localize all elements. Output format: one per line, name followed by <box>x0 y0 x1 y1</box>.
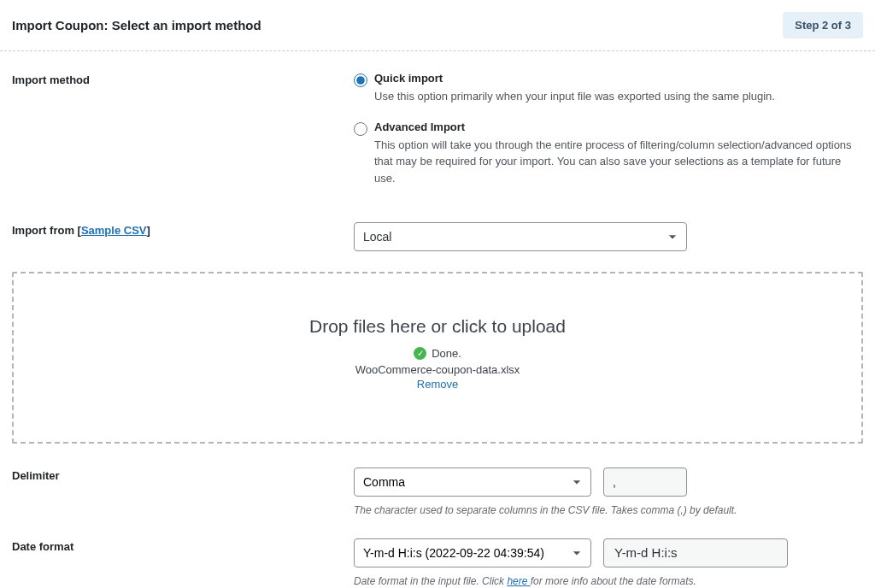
quick-import-desc: Use this option primarily when your inpu… <box>374 88 863 105</box>
step-indicator: Step 2 of 3 <box>783 12 863 38</box>
label-import-method: Import method <box>12 72 354 202</box>
value-import-from: Local <box>354 222 863 251</box>
delimiter-char-input[interactable] <box>603 467 687 497</box>
delimiter-help: The character used to separate columns i… <box>354 503 863 518</box>
date-format-select[interactable]: Y-m-d H:i:s (2022-09-22 04:39:54) <box>354 538 591 567</box>
advanced-import-desc: This option will take you through the en… <box>374 137 863 187</box>
wizard-header: Import Coupon: Select an import method S… <box>0 0 875 51</box>
label-date-format: Date format <box>12 538 354 588</box>
date-format-help-link[interactable]: here <box>507 575 530 587</box>
page-title: Import Coupon: Select an import method <box>12 18 261 32</box>
quick-import-title: Quick import <box>374 72 863 85</box>
sample-csv-link[interactable]: Sample CSV <box>81 224 147 237</box>
row-import-method: Import method Quick import Use this opti… <box>12 72 863 202</box>
check-icon: ✓ <box>414 347 426 360</box>
import-from-select[interactable]: Local <box>354 222 687 251</box>
value-delimiter: Comma The character used to separate col… <box>354 467 863 518</box>
date-format-help: Date format in the input file. Click her… <box>354 574 863 588</box>
dropzone-title: Drop files here or click to upload <box>31 316 844 337</box>
label-delimiter: Delimiter <box>12 467 354 518</box>
delimiter-select[interactable]: Comma <box>354 467 591 497</box>
value-import-method: Quick import Use this option primarily w… <box>354 72 863 202</box>
radio-advanced-import[interactable]: Advanced Import This option will take yo… <box>354 121 863 187</box>
dropzone-filename: WooCommerce-coupon-data.xlsx <box>31 363 844 376</box>
file-dropzone[interactable]: Drop files here or click to upload ✓ Don… <box>12 272 863 444</box>
radio-quick-input[interactable] <box>354 74 367 87</box>
row-date-format: Date format Y-m-d H:i:s (2022-09-22 04:3… <box>12 538 863 588</box>
date-format-pattern-input[interactable] <box>603 538 788 567</box>
row-import-from: Import from [Sample CSV] Local <box>12 222 863 251</box>
dropzone-done: Done. <box>432 347 461 360</box>
label-import-from: Import from [Sample CSV] <box>12 222 354 251</box>
value-date-format: Y-m-d H:i:s (2022-09-22 04:39:54) Date f… <box>354 538 863 588</box>
radio-quick-import[interactable]: Quick import Use this option primarily w… <box>354 72 863 105</box>
row-delimiter: Delimiter Comma The character used to se… <box>12 467 863 518</box>
form-content: Import method Quick import Use this opti… <box>0 51 875 588</box>
advanced-import-title: Advanced Import <box>374 121 863 133</box>
dropzone-status: ✓ Done. <box>31 347 844 360</box>
radio-advanced-input[interactable] <box>354 122 367 136</box>
dropzone-remove-link[interactable]: Remove <box>417 378 458 391</box>
